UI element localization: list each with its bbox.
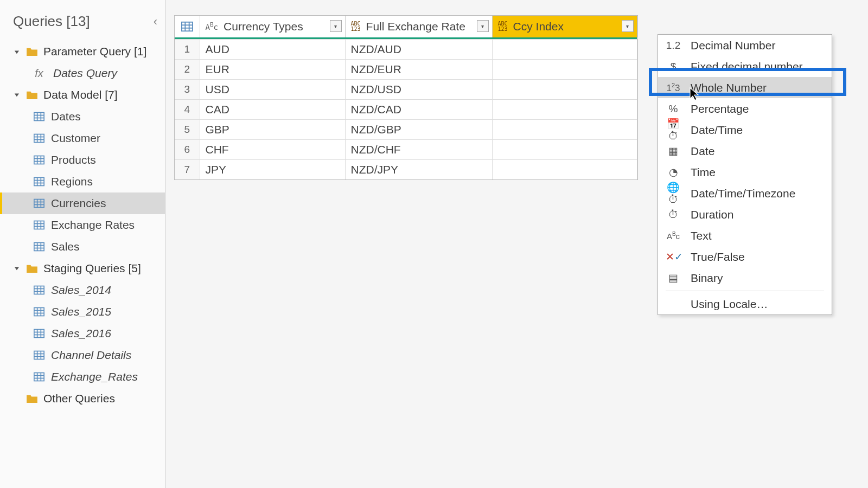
row-index: 5 [175,119,200,139]
column-header[interactable]: ABcCurrency Types▾ [200,16,345,37]
cell-currency-type[interactable]: JPY [200,159,345,179]
cell-ccy-index[interactable] [492,159,637,179]
datatype-menu-item[interactable]: %Percentage [658,98,832,119]
type-option-label: Date/Time/Timezone [691,187,795,200]
column-label: Currency Types [224,20,303,33]
type-option-label: True/False [691,251,745,264]
svg-rect-50 [34,351,44,359]
datatype-menu-item[interactable]: ▦Date [658,140,832,162]
cell-ccy-index[interactable] [492,119,637,139]
table-row[interactable]: 7JPYNZD/JPY [175,159,637,179]
datatype-menu-item[interactable]: ◔Time [658,162,832,183]
tree-item[interactable]: Dates [0,106,165,127]
tree-group[interactable]: ▼Staging Queries [5] [0,258,165,279]
tree-item[interactable]: Exchange Rates [0,214,165,236]
cell-ccy-index[interactable] [492,79,637,99]
datatype-menu-item[interactable]: 🌐⏱Date/Time/Timezone [658,183,832,204]
cell-ccy-index[interactable] [492,99,637,119]
table-row[interactable]: 4CADNZD/CAD [175,99,637,119]
item-label: Sales [51,240,80,253]
type-option-label: Time [691,166,716,179]
menu-separator [666,291,824,291]
tree-item[interactable]: Channel Details [0,344,165,366]
type-option-label: Using Locale… [691,298,768,311]
type-icon[interactable]: ABC123 [351,21,361,32]
tree-group[interactable]: ▼Data Model [7] [0,84,165,106]
sidebar-title: Queries [13] [13,13,90,30]
svg-rect-30 [34,243,44,251]
tree-item[interactable]: Customer [0,127,165,149]
filter-button[interactable]: ▾ [330,20,342,32]
main-area: ABcCurrency Types▾ABC123Full Exchange Ra… [165,0,868,488]
item-label: Exchange_Rates [51,370,138,383]
datatype-menu-item[interactable]: ✕✓True/False [658,246,832,267]
tree-item[interactable]: Sales_2014 [0,279,165,301]
group-label: Data Model [7] [43,88,118,101]
cell-currency-type[interactable]: GBP [200,119,345,139]
cell-currency-type[interactable]: CHF [200,139,345,159]
cell-ccy-index[interactable] [492,139,637,159]
tree-item[interactable]: Sales [0,236,165,258]
type-icon[interactable]: ABC123 [498,21,508,32]
row-index: 1 [175,39,200,59]
column-label: Full Exchange Rate [366,20,465,33]
column-header[interactable]: ABC123Full Exchange Rate▾ [345,16,492,37]
type-option-label: Percentage [691,102,749,115]
cell-exchange-rate[interactable]: NZD/JPY [345,159,492,179]
datatype-menu-item[interactable]: $Fixed decimal number [658,56,832,77]
svg-rect-45 [34,330,44,338]
type-option-icon: $ [666,61,681,73]
cell-exchange-rate[interactable]: NZD/EUR [345,59,492,79]
tree-group[interactable]: Other Queries [0,388,165,409]
tree-item[interactable]: Regions [0,171,165,192]
item-label: Exchange Rates [51,219,135,232]
cell-exchange-rate[interactable]: NZD/GBP [345,119,492,139]
table-row[interactable]: 2EURNZD/EUR [175,59,637,79]
tree-group[interactable]: ▼Parameter Query [1] [0,41,165,62]
cell-ccy-index[interactable] [492,39,637,59]
column-header[interactable]: ABC123Ccy Index▾ [492,16,637,37]
svg-rect-0 [34,113,44,121]
type-icon[interactable]: ABc [206,22,219,31]
type-option-icon: ✕✓ [666,251,681,263]
datatype-menu-item[interactable]: ⏱Duration [658,204,832,225]
svg-rect-10 [34,156,44,164]
tree-item[interactable]: Sales_2015 [0,301,165,323]
cell-currency-type[interactable]: EUR [200,59,345,79]
item-label: Dates [51,110,81,123]
tree-item[interactable]: fxDates Query [0,62,165,84]
table-row[interactable]: 5GBPNZD/GBP [175,119,637,139]
datatype-menu-item[interactable]: 📅⏱Date/Time [658,119,832,140]
type-option-icon: ⏱ [666,209,681,221]
cell-exchange-rate[interactable]: NZD/USD [345,79,492,99]
cell-currency-type[interactable]: AUD [200,39,345,59]
item-label: Products [51,153,96,166]
datatype-menu-item[interactable]: 123Whole Number [658,77,832,98]
table-row[interactable]: 6CHFNZD/CHF [175,139,637,159]
cell-exchange-rate[interactable]: NZD/AUD [345,39,492,59]
table-row[interactable]: 3USDNZD/USD [175,79,637,99]
table-row[interactable]: 1AUDNZD/AUD [175,39,637,59]
datatype-menu-item[interactable]: ▤Binary [658,267,832,288]
fx-icon: fx [31,67,47,80]
datatype-menu-item[interactable]: 1.2Decimal Number [658,35,832,56]
datatype-menu-item[interactable]: Using Locale… [658,293,832,314]
column-label: Ccy Index [513,20,564,33]
cell-currency-type[interactable]: USD [200,79,345,99]
cell-ccy-index[interactable] [492,59,637,79]
cell-exchange-rate[interactable]: NZD/CAD [345,99,492,119]
cell-currency-type[interactable]: CAD [200,99,345,119]
tree-item[interactable]: Currencies [0,192,165,214]
svg-rect-40 [34,308,44,316]
row-index: 2 [175,59,200,79]
type-option-label: Text [691,229,712,242]
tree-item[interactable]: Exchange_Rates [0,366,165,388]
datatype-menu-item[interactable]: ABcText [658,225,832,246]
index-header[interactable] [175,16,200,37]
filter-button[interactable]: ▾ [622,20,634,32]
collapse-icon[interactable]: ‹ [154,15,157,29]
tree-item[interactable]: Sales_2016 [0,323,165,344]
cell-exchange-rate[interactable]: NZD/CHF [345,139,492,159]
tree-item[interactable]: Products [0,149,165,171]
filter-button[interactable]: ▾ [477,20,489,32]
